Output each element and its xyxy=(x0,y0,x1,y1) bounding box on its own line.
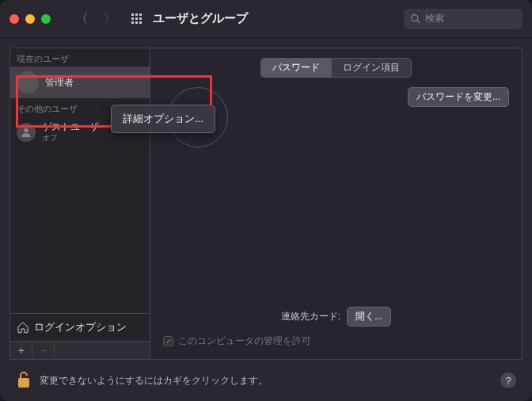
titlebar: 〈 〉 ユーザとグループ 検索 xyxy=(0,0,532,38)
tab-password[interactable]: パスワード xyxy=(260,58,331,78)
close-icon[interactable] xyxy=(10,14,19,24)
window-controls xyxy=(10,14,51,24)
user-sidebar: 現在のユーザ 管理者 その他のユーザ ゲストユーザ オフ ログ xyxy=(10,48,150,360)
login-options-label: ログインオプション xyxy=(34,320,127,334)
preferences-window: 〈 〉 ユーザとグループ 検索 現在のユーザ 管理者 その他のユーザ xyxy=(0,0,532,401)
contact-card-label: 連絡先カード: xyxy=(281,310,340,323)
search-placeholder: 検索 xyxy=(425,12,444,25)
lock-text: 変更できないようにするにはカギをクリックします。 xyxy=(40,374,268,388)
remove-user-button: − xyxy=(32,342,55,359)
svg-line-1 xyxy=(417,21,420,23)
house-icon xyxy=(17,321,29,334)
main-panel: パスワード ログイン項目 パスワードを変更... 連絡先カード: 開く... ✓… xyxy=(150,48,522,360)
sidebar-item-admin[interactable]: 管理者 xyxy=(10,67,150,98)
svg-point-2 xyxy=(24,128,28,132)
tabs: パスワード ログイン項目 xyxy=(163,58,509,78)
contact-card-row: 連絡先カード: 開く... xyxy=(163,307,509,327)
current-user-header: 現在のユーザ xyxy=(10,48,150,67)
svg-point-0 xyxy=(412,15,418,21)
search-icon xyxy=(410,13,420,24)
admin-checkbox: ✓ xyxy=(163,336,173,346)
open-contact-button[interactable]: 開く... xyxy=(347,307,391,327)
user-sublabel: オフ xyxy=(42,132,99,143)
admin-permission-row: ✓ このコンピュータの管理を許可 xyxy=(163,334,509,348)
admin-checkbox-label: このコンピュータの管理を許可 xyxy=(178,334,311,348)
tab-login-items[interactable]: ログイン項目 xyxy=(331,58,412,78)
sidebar-toolbar: + − xyxy=(10,341,150,359)
minimize-icon[interactable] xyxy=(25,14,35,24)
zoom-icon[interactable] xyxy=(41,14,51,24)
help-icon[interactable]: ? xyxy=(500,372,516,388)
show-all-icon[interactable] xyxy=(131,13,142,24)
content-area: 現在のユーザ 管理者 その他のユーザ ゲストユーザ オフ ログ xyxy=(0,38,532,360)
menu-item-advanced-options[interactable]: 詳細オプション... xyxy=(112,109,215,129)
forward-icon: 〉 xyxy=(103,10,117,29)
footer: 変更できないようにするにはカギをクリックします。 ? xyxy=(0,360,532,401)
search-input[interactable]: 検索 xyxy=(404,9,522,29)
nav-arrows: 〈 〉 xyxy=(74,10,117,29)
avatar xyxy=(17,123,36,142)
user-label: ゲストユーザ xyxy=(42,121,99,132)
context-menu: 詳細オプション... xyxy=(111,105,215,133)
back-icon[interactable]: 〈 xyxy=(74,10,89,29)
add-user-button[interactable]: + xyxy=(10,342,32,359)
svg-rect-3 xyxy=(18,378,29,388)
lock-icon[interactable] xyxy=(16,370,32,391)
change-password-button[interactable]: パスワードを変更... xyxy=(408,87,509,107)
avatar xyxy=(17,71,39,94)
user-label: 管理者 xyxy=(45,77,74,88)
window-title: ユーザとグループ xyxy=(153,11,248,26)
sidebar-item-login-options[interactable]: ログインオプション xyxy=(10,313,150,341)
